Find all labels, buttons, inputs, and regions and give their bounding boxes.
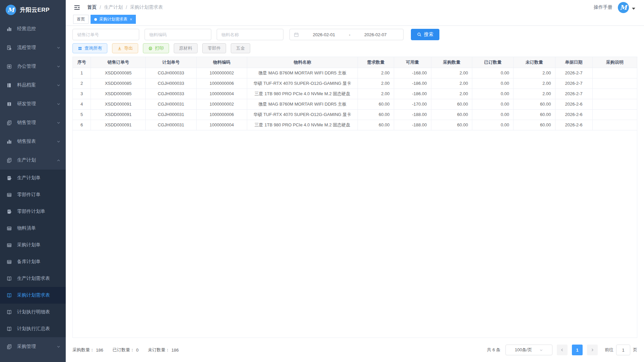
grid-icon bbox=[78, 46, 82, 51]
sidebar-item-生产计划[interactable]: 生产计划 bbox=[0, 151, 66, 170]
sidebar-item-经营总控[interactable]: 经营总控 bbox=[0, 19, 66, 38]
prev-page-button[interactable] bbox=[557, 345, 568, 355]
report-chart-icon bbox=[6, 139, 12, 144]
chevron-left-icon bbox=[560, 348, 564, 352]
main-area: 首页/生产计划/采购计划需求表 操作手册 M 首页采购计划需求表× - 搜索 查… bbox=[66, 0, 644, 362]
sidebar-item-label: 流程管理 bbox=[17, 45, 57, 51]
stat-label: 已订数量： bbox=[113, 347, 135, 353]
column-header-序号: 序号 bbox=[73, 57, 91, 68]
sidebar-item-零部件订单[interactable]: 零部件订单 bbox=[0, 186, 66, 203]
active-tab-dot-icon bbox=[94, 18, 97, 21]
table-cell: 2026-2-7 bbox=[555, 68, 592, 78]
calendar-icon bbox=[294, 32, 299, 37]
page-number-button[interactable]: 1 bbox=[572, 345, 583, 355]
results-table-container: 序号销售订单号计划单号物料编码物料名称需求数量可用量采购数量已订数量未订数量单据… bbox=[72, 57, 637, 338]
column-header-计划单号: 计划单号 bbox=[146, 57, 196, 68]
user-avatar[interactable]: M bbox=[618, 2, 629, 13]
sidebar-item-物料清单[interactable]: 物料清单 bbox=[0, 220, 66, 237]
table-row[interactable]: 6XSDD000091CGJH0000311000000004三星 1TB 98… bbox=[73, 120, 637, 130]
toolbar-button-查询所有[interactable]: 查询所有 bbox=[72, 43, 107, 53]
table-row[interactable]: 5XSDD000091CGJH0000311000000006华硕 TUF-RT… bbox=[73, 109, 637, 120]
date-start-input[interactable] bbox=[300, 32, 347, 37]
next-page-button[interactable] bbox=[587, 345, 598, 355]
sidebar-item-label: 采购计划单 bbox=[17, 242, 60, 248]
sidebar-item-采购计划需求表[interactable]: 采购计划需求表 bbox=[0, 287, 66, 304]
table-row[interactable]: 2XSDD000085CGJH0000331000000006华硕 TUF-RT… bbox=[73, 78, 637, 88]
goto-page: 前往 页 bbox=[605, 345, 637, 355]
grid-table-icon bbox=[6, 242, 12, 248]
sales-order-input[interactable] bbox=[72, 29, 139, 40]
table-cell: 60.00 bbox=[358, 120, 394, 130]
production-doc-icon bbox=[6, 158, 12, 163]
sidebar-item-备库计划单[interactable]: 备库计划单 bbox=[0, 253, 66, 270]
material-code-input[interactable] bbox=[145, 29, 211, 40]
flow-doc-icon bbox=[6, 45, 12, 51]
materials-book-icon bbox=[6, 82, 12, 88]
table-cell: 60.00 bbox=[514, 109, 555, 120]
sidebar-item-销售报表[interactable]: 销售报表 bbox=[0, 132, 66, 151]
rnd-box-icon bbox=[6, 101, 12, 107]
table-cell: -188.00 bbox=[394, 120, 431, 130]
sidebar-item-研发管理[interactable]: 研发管理 bbox=[0, 95, 66, 113]
toolbar-button-label: 零部件 bbox=[208, 45, 221, 51]
toolbar-button-导出[interactable]: 导出 bbox=[112, 43, 138, 53]
sidebar-item-生产计划需求表[interactable]: 生产计划需求表 bbox=[0, 270, 66, 287]
table-cell bbox=[592, 68, 637, 78]
sidebar-item-车间设置[interactable]: 车间设置 bbox=[0, 356, 66, 362]
toolbar-button-label: 原材料 bbox=[179, 45, 192, 51]
sidebar-item-label: 物料清单 bbox=[17, 225, 60, 231]
close-tab-icon[interactable]: × bbox=[130, 17, 132, 21]
sidebar-item-计划执行汇总表[interactable]: 计划执行汇总表 bbox=[0, 320, 66, 337]
sidebar-menu-bottom: 采购管理车间设置 bbox=[0, 337, 66, 362]
toolbar-button-label: 查询所有 bbox=[85, 45, 102, 51]
toolbar-button-五金[interactable]: 五金 bbox=[231, 43, 250, 53]
table-row[interactable]: 3XSDD000085CGJH0000331000000004三星 1TB 98… bbox=[73, 88, 637, 99]
manual-link[interactable]: 操作手册 bbox=[594, 4, 612, 10]
table-cell: 1000000006 bbox=[196, 78, 247, 88]
table-cell bbox=[592, 78, 637, 88]
table-cell: 微星 MAG B760M MORTAR WIFI DDR5 主板 bbox=[247, 99, 358, 109]
toolbar-button-打印[interactable]: 打印 bbox=[143, 43, 169, 53]
table-cell: CGJH000033 bbox=[146, 68, 196, 78]
grid-table-icon bbox=[6, 226, 12, 231]
tab-采购计划需求表[interactable]: 采购计划需求表× bbox=[91, 15, 136, 24]
sidebar-item-采购管理[interactable]: 采购管理 bbox=[0, 337, 66, 356]
table-cell: 2026-2-6 bbox=[555, 109, 592, 120]
sidebar-item-销售管理[interactable]: 销售管理 bbox=[0, 113, 66, 132]
sidebar-item-label: 生产计划需求表 bbox=[17, 276, 60, 282]
sidebar-item-零部件计划单[interactable]: 零部件计划单 bbox=[0, 203, 66, 220]
sidebar-item-采购计划单[interactable]: 采购计划单 bbox=[0, 237, 66, 253]
material-name-input[interactable] bbox=[217, 29, 283, 40]
goto-page-input[interactable] bbox=[616, 345, 630, 355]
sidebar-item-label: 零部件订单 bbox=[17, 192, 60, 198]
bar-chart-icon bbox=[6, 26, 12, 32]
breadcrumb-item[interactable]: 生产计划 bbox=[104, 4, 123, 10]
tab-首页[interactable]: 首页 bbox=[73, 15, 89, 24]
date-range-picker[interactable]: - bbox=[289, 29, 404, 40]
table-row[interactable]: 1XSDD000085CGJH0000331000000002微星 MAG B7… bbox=[73, 68, 637, 78]
sidebar-item-料品档案[interactable]: 料品档案 bbox=[0, 76, 66, 95]
search-button[interactable]: 搜索 bbox=[411, 29, 439, 40]
sidebar-item-生产计划单[interactable]: 生产计划单 bbox=[0, 170, 66, 186]
printer-icon bbox=[148, 46, 153, 51]
filter-bar: - 搜索 bbox=[66, 26, 644, 40]
sidebar-item-label: 经营总控 bbox=[17, 26, 60, 32]
sidebar-item-label: 采购管理 bbox=[17, 344, 57, 350]
user-menu-caret-icon[interactable] bbox=[632, 8, 635, 10]
table-cell: 2.00 bbox=[358, 78, 394, 88]
stat-label: 采购数量： bbox=[72, 347, 94, 353]
sidebar-item-办公管理[interactable]: 办公管理 bbox=[0, 57, 66, 76]
table-cell: 0.00 bbox=[472, 78, 514, 88]
breadcrumb-item[interactable]: 首页 bbox=[87, 4, 97, 10]
sidebar-item-流程管理[interactable]: 流程管理 bbox=[0, 38, 66, 57]
table-row[interactable]: 4XSDD000091CGJH0000311000000002微星 MAG B7… bbox=[73, 99, 637, 109]
sidebar-item-计划执行明细表[interactable]: 计划执行明细表 bbox=[0, 304, 66, 320]
toolbar-button-原材料[interactable]: 原材料 bbox=[174, 43, 198, 53]
summary-stats: 采购数量：186已订数量：0未订数量：186 bbox=[72, 347, 179, 353]
toolbar-button-零部件[interactable]: 零部件 bbox=[202, 43, 226, 53]
collapse-sidebar-icon[interactable] bbox=[74, 4, 80, 11]
date-range-separator: - bbox=[349, 32, 350, 37]
page-size-select[interactable]: 100条/页 bbox=[505, 345, 552, 355]
table-cell bbox=[592, 109, 637, 120]
date-end-input[interactable] bbox=[352, 32, 399, 37]
